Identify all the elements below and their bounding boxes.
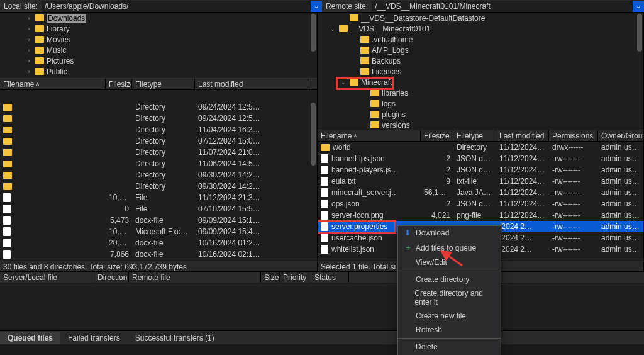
tree-item[interactable]: AMP_Logs (318, 45, 643, 55)
tree-item[interactable]: libraries (318, 87, 643, 98)
list-item[interactable] (0, 90, 317, 101)
list-item[interactable]: worldDirectory11/12/2024 2…drwx------adm… (318, 142, 643, 153)
sort-asc-icon: ∧ (36, 81, 40, 87)
tree-label: Licences (372, 67, 401, 76)
ctx-view-edit[interactable]: View/Edit (398, 256, 501, 269)
tree-item[interactable]: Licences (318, 66, 643, 77)
tree-item[interactable]: ›Library (0, 23, 317, 34)
ctx-download[interactable]: ⬇Download (398, 226, 501, 240)
folder-icon (35, 47, 44, 54)
expander-icon[interactable]: › (25, 69, 33, 75)
local-tree[interactable]: ›Downloads›Library›Movies›Music›Pictures… (0, 13, 317, 79)
local-site-label: Local site: (0, 2, 42, 11)
remote-list-header[interactable]: Filename∧ Filesize Filetype Last modifie… (318, 130, 643, 142)
list-item[interactable]: banned-ips.json2JSON doc…11/12/2024 2…-r… (318, 153, 643, 164)
ctx-create-dir[interactable]: Create directory (398, 273, 501, 286)
folder-icon (3, 149, 12, 156)
tree-item[interactable]: ⌄__VDS__Minecraft0101 (318, 23, 643, 34)
sort-asc-icon: ∧ (353, 133, 357, 138)
ctx-add-queue[interactable]: ＋Add files to queue (398, 240, 501, 256)
list-item[interactable]: 5,473docx-file09/09/2024 15:1… (0, 215, 317, 226)
tab-failed[interactable]: Failed transfers (60, 332, 128, 344)
tree-item[interactable]: .virtualhome (318, 34, 643, 45)
file-icon (321, 188, 328, 197)
folder-icon (360, 36, 369, 43)
expander-icon[interactable]: ⌄ (340, 79, 347, 86)
tree-label: Music (47, 46, 66, 55)
list-item[interactable]: 10,244File11/12/2024 21:3… (0, 192, 317, 203)
tab-success[interactable]: Successful transfers (1) (128, 332, 222, 344)
queue-header[interactable]: Server/Local file Direction Remote file … (0, 272, 644, 283)
list-item[interactable]: eula.txt9txt-file11/12/2024 2…-rw-------… (318, 176, 643, 187)
tree-item[interactable]: ›Music (0, 45, 317, 55)
file-icon (321, 166, 328, 174)
local-site-dropdown[interactable]: ⌄ (311, 1, 322, 12)
tree-label: __VDS__Datastore-DefaultDatastore (361, 14, 485, 23)
tree-item[interactable]: logs (318, 98, 643, 109)
file-icon (321, 234, 328, 242)
tree-item[interactable]: Backups (318, 55, 643, 66)
tree-item[interactable]: ›Downloads (0, 13, 317, 23)
expander-icon[interactable]: › (25, 58, 33, 64)
tree-label: .virtualhome (372, 35, 413, 44)
file-icon (321, 154, 328, 163)
scrollbar[interactable] (637, 14, 642, 52)
tree-item[interactable]: versions (318, 120, 643, 130)
list-item[interactable]: 20,275docx-file10/16/2024 01:2… (0, 237, 317, 249)
separator (398, 271, 501, 271)
ctx-refresh[interactable]: Refresh (398, 323, 501, 337)
tree-item[interactable]: __VDS__Datastore-DefaultDatastore (318, 13, 643, 23)
remote-site-dropdown[interactable]: ⌄ (633, 1, 644, 12)
tree-label: AMP_Logs (372, 46, 409, 55)
file-icon (3, 216, 11, 225)
expander-icon[interactable]: › (25, 15, 33, 21)
list-item[interactable]: Directory11/06/2024 14:5… (0, 158, 317, 169)
remote-site-input[interactable] (372, 1, 633, 12)
list-item[interactable]: banned-players.js…2JSON doc…11/12/2024 2… (318, 164, 643, 176)
folder-icon (350, 79, 358, 86)
expander-icon[interactable]: › (25, 47, 33, 54)
list-item[interactable]: Directory09/24/2024 12:5… (0, 101, 317, 113)
list-item[interactable]: Directory11/07/2024 21:0… (0, 147, 317, 158)
tree-item[interactable]: ›Public (0, 66, 317, 77)
tree-label: logs (382, 99, 396, 108)
list-item[interactable]: Directory09/30/2024 14:2… (0, 169, 317, 181)
list-item[interactable]: 7,866docx-file10/16/2024 02:1… (0, 249, 317, 260)
list-item[interactable]: 0File07/10/2024 15:5… (0, 203, 317, 215)
file-icon (321, 177, 328, 186)
context-menu: ⬇Download ＋Add files to queue View/Edit … (397, 225, 501, 355)
local-list-header[interactable]: Filename∧ Filesize Filetype Last modifie… (0, 79, 317, 90)
list-item[interactable]: Directory09/30/2024 14:2… (0, 181, 317, 192)
tab-queued[interactable]: Queued files (0, 332, 60, 344)
scrollbar[interactable] (311, 103, 316, 166)
remote-tree[interactable]: __VDS__Datastore-DefaultDatastore⌄__VDS_… (318, 13, 643, 130)
list-item[interactable]: 10,429Microsoft Excel …09/09/2024 15:4… (0, 226, 317, 237)
tree-item[interactable]: ›Pictures (0, 55, 317, 66)
folder-icon (370, 121, 379, 128)
list-item[interactable]: Directory07/12/2024 15:0… (0, 135, 317, 147)
ctx-create-dir-enter[interactable]: Create directory and enter it (398, 286, 501, 309)
tree-item[interactable]: plugins (318, 109, 643, 120)
expander-icon[interactable]: › (25, 26, 33, 32)
ctx-delete[interactable]: Delete (398, 340, 501, 354)
queue-body[interactable] (0, 283, 644, 330)
tree-label: Downloads (47, 14, 86, 23)
file-icon (321, 211, 328, 220)
list-item[interactable]: minecraft_server.j…56,122,0…Java JAR …11… (318, 187, 643, 198)
local-file-list[interactable]: Directory09/24/2024 12:5…Directory09/24/… (0, 90, 317, 261)
list-item[interactable]: Directory11/04/2024 16:3… (0, 124, 317, 135)
tree-item[interactable]: ⌄Minecraft (318, 77, 643, 87)
scrollbar[interactable] (311, 14, 316, 52)
file-icon (3, 227, 11, 236)
folder-icon (321, 144, 330, 151)
list-item[interactable]: ops.json2JSON doc…11/12/2024 2…-rw------… (318, 198, 643, 210)
ctx-new-file[interactable]: Create new file (398, 309, 501, 323)
list-item[interactable]: Directory09/24/2024 12:5… (0, 113, 317, 124)
folder-icon (3, 138, 12, 145)
folder-icon (3, 115, 12, 122)
expander-icon[interactable]: ⌄ (329, 26, 336, 32)
local-site-input[interactable] (42, 1, 311, 12)
expander-icon[interactable]: › (25, 37, 33, 43)
list-item[interactable]: server-icon.png4,021png-file11/12/2024 2… (318, 210, 643, 221)
tree-item[interactable]: ›Movies (0, 34, 317, 45)
